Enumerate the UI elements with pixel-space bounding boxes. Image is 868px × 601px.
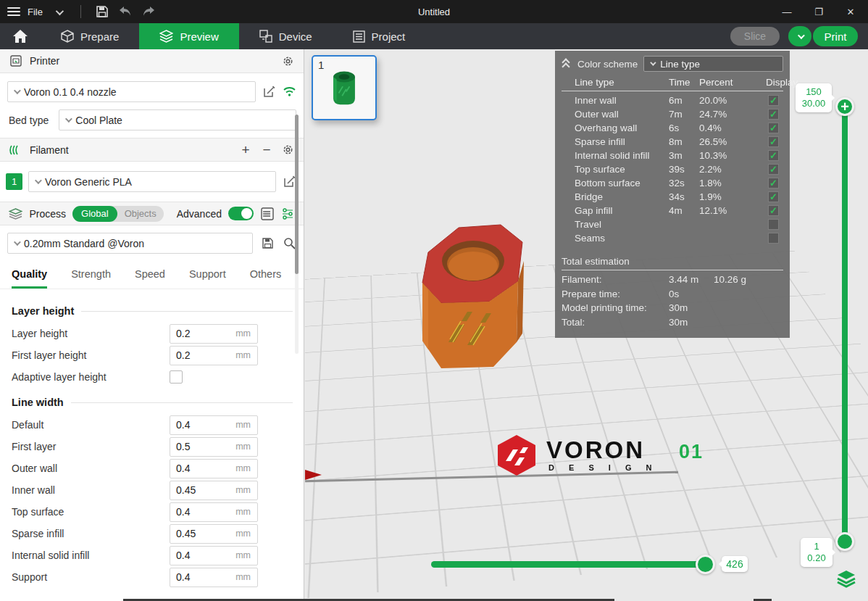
save-preset-icon[interactable] xyxy=(260,236,275,251)
display-checkbox[interactable]: ✓ xyxy=(768,178,779,188)
close-button[interactable]: ✕ xyxy=(838,2,864,21)
setting-value-field[interactable] xyxy=(170,571,221,583)
setting-input[interactable]: mm xyxy=(170,502,258,522)
display-checkbox[interactable] xyxy=(768,233,779,244)
setting-input[interactable]: mm xyxy=(170,568,258,587)
display-checkbox[interactable]: ✓ xyxy=(768,136,779,147)
print-button[interactable]: Print xyxy=(813,26,858,46)
minimize-button[interactable]: — xyxy=(774,2,800,21)
redo-icon[interactable] xyxy=(141,4,157,20)
bed-number-01: 01 xyxy=(679,441,704,463)
process-tab-support[interactable]: Support xyxy=(189,262,226,289)
filament-settings-gear-icon[interactable] xyxy=(280,143,295,157)
process-list-icon[interactable] xyxy=(260,207,274,221)
display-checkbox[interactable]: ✓ xyxy=(768,123,779,133)
wifi-icon[interactable] xyxy=(282,85,296,99)
layer-slider-top-tooltip: 150 30.00 xyxy=(796,83,832,112)
bed-type-select[interactable]: Cool Plate xyxy=(59,109,296,130)
setting-value-field[interactable] xyxy=(170,506,221,518)
chevron-down-icon xyxy=(650,59,656,65)
printer-edit-icon[interactable] xyxy=(262,85,276,99)
setting-row: First layer height mm xyxy=(0,344,304,366)
display-checkbox[interactable]: ✓ xyxy=(768,164,779,175)
title-bar: File Untitled — ❐ ✕ xyxy=(0,0,868,23)
setting-input[interactable]: mm xyxy=(170,324,258,344)
toggle-objects[interactable]: Objects xyxy=(117,208,164,219)
tab-project[interactable]: Project xyxy=(333,23,426,49)
setting-value-field[interactable] xyxy=(170,441,221,452)
file-menu-chevron[interactable] xyxy=(50,6,67,17)
setting-input[interactable]: mm xyxy=(170,481,258,500)
display-checkbox[interactable]: ✓ xyxy=(768,95,779,106)
undo-icon[interactable] xyxy=(117,4,133,20)
process-tab-strength[interactable]: Strength xyxy=(71,262,111,289)
setting-unit: mm xyxy=(235,350,257,360)
printer-settings-gear-icon[interactable] xyxy=(280,54,295,68)
slice-button[interactable]: Slice xyxy=(730,27,780,46)
process-tab-others[interactable]: Others xyxy=(250,262,282,289)
plate-thumbnail[interactable]: 1 xyxy=(312,55,377,120)
display-checkbox[interactable]: ✓ xyxy=(768,191,779,202)
layer-view-layers-icon[interactable] xyxy=(836,568,856,589)
color-scheme-select[interactable]: Line type xyxy=(643,56,783,72)
advanced-toggle[interactable] xyxy=(228,207,254,220)
process-tab-speed[interactable]: Speed xyxy=(135,262,165,289)
process-parameters-icon[interactable] xyxy=(281,207,295,221)
tab-preview[interactable]: Preview xyxy=(139,23,238,49)
setting-label: First layer height xyxy=(12,349,170,361)
display-checkbox[interactable]: ✓ xyxy=(768,109,779,120)
line-type-percent: 24.7% xyxy=(699,109,766,120)
setting-input[interactable]: mm xyxy=(170,346,258,365)
print-dropdown-button[interactable] xyxy=(788,26,811,46)
global-objects-toggle[interactable]: Global Objects xyxy=(72,206,164,222)
setting-input[interactable]: mm xyxy=(170,524,258,544)
search-icon[interactable] xyxy=(282,236,296,251)
filament-slot-badge[interactable]: 1 xyxy=(6,173,22,190)
printer-select[interactable]: Voron 0.1 0.4 nozzle xyxy=(7,81,256,102)
legend-row: Sparse infill 8m 26.5% ✓ xyxy=(562,135,783,149)
setting-input[interactable]: mm xyxy=(170,459,258,478)
process-section-header: Process Global Objects Advanced xyxy=(0,202,304,225)
save-icon[interactable] xyxy=(94,4,110,20)
setting-input[interactable]: mm xyxy=(170,546,258,565)
line-type-time: 39s xyxy=(669,164,699,175)
filament-select[interactable]: Voron Generic PLA xyxy=(28,171,276,192)
add-filament-button[interactable]: + xyxy=(238,144,253,157)
setting-input[interactable]: mm xyxy=(170,437,258,457)
step-slider-handle[interactable] xyxy=(696,555,715,574)
display-checkbox[interactable]: ✓ xyxy=(768,150,779,161)
setting-value-field[interactable] xyxy=(170,484,221,496)
setting-label: Top surface xyxy=(12,506,170,518)
setting-input[interactable]: mm xyxy=(170,415,258,435)
display-checkbox[interactable] xyxy=(768,219,779,230)
setting-value-field[interactable] xyxy=(170,349,221,361)
total-label: Filament: xyxy=(562,274,669,285)
setting-value-field[interactable] xyxy=(170,419,221,431)
process-preset-select[interactable]: 0.20mm Standard @Voron xyxy=(7,233,253,254)
step-slider[interactable] xyxy=(431,561,714,568)
setting-value-field[interactable] xyxy=(170,528,221,539)
collapse-panel-icon[interactable] xyxy=(562,59,572,69)
process-tab-quality[interactable]: Quality xyxy=(12,262,47,289)
hamburger-menu-icon[interactable] xyxy=(7,7,20,16)
settings-scrollbar[interactable] xyxy=(295,115,299,354)
setting-checkbox[interactable] xyxy=(170,370,183,384)
filament-edit-icon[interactable] xyxy=(282,175,296,189)
remove-filament-button[interactable]: − xyxy=(259,144,274,157)
maximize-button[interactable]: ❐ xyxy=(806,2,832,21)
file-menu[interactable]: File xyxy=(28,7,43,17)
sliced-model[interactable] xyxy=(406,217,537,381)
home-button[interactable] xyxy=(0,23,41,49)
3d-viewport[interactable]: 1 VORON D E S I G N xyxy=(305,49,868,601)
setting-value-field[interactable] xyxy=(170,328,221,339)
setting-value-field[interactable] xyxy=(170,463,221,474)
toggle-global[interactable]: Global xyxy=(72,206,117,222)
scrollbar-thumb[interactable] xyxy=(295,115,299,274)
setting-unit: mm xyxy=(235,328,257,339)
tab-device[interactable]: Device xyxy=(239,23,333,49)
tab-prepare[interactable]: Prepare xyxy=(41,23,139,49)
line-type-percent: 26.5% xyxy=(699,136,766,147)
display-checkbox[interactable]: ✓ xyxy=(768,205,779,216)
layer-range-slider[interactable] xyxy=(842,107,848,542)
setting-value-field[interactable] xyxy=(170,550,221,561)
